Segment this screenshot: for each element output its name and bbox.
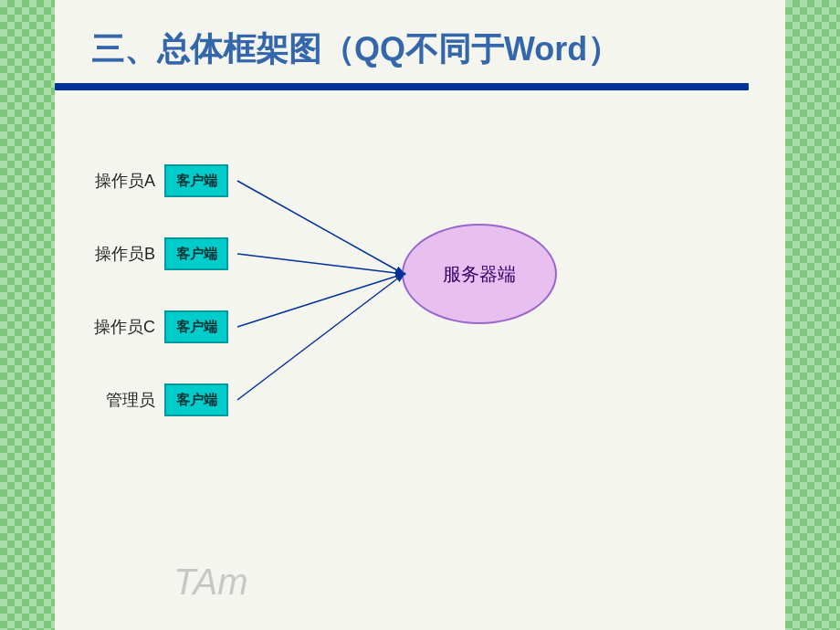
server-ellipse: 服务器端 [402,224,557,324]
operator-label-mgr: 管理员 [91,389,155,411]
svg-line-3 [237,274,404,400]
operator-label-a: 操作员A [91,170,155,192]
content-area: 三、总体框架图（QQ不同于Word） 操作员A 客户端 操作员B 客户端 操作员… [55,0,785,630]
title-section: 三、总体框架图（QQ不同于Word） [55,0,785,72]
svg-line-2 [237,274,404,327]
operator-row-b: 操作员B 客户端 [91,237,228,270]
border-left [0,0,55,630]
client-box-mgr: 客户端 [164,383,228,416]
operator-row-mgr: 管理员 客户端 [91,383,228,416]
operator-row-a: 操作员A 客户端 [91,164,228,197]
operator-label-c: 操作员C [91,316,155,338]
operator-label-b: 操作员B [91,243,155,265]
svg-line-0 [237,181,404,274]
client-box-c: 客户端 [164,310,228,343]
watermark-text: TAm [173,562,247,603]
diagram-area: 操作员A 客户端 操作员B 客户端 操作员C 客户端 管理员 客户端 服务器端 [55,119,785,630]
svg-line-1 [237,254,404,274]
operator-row-c: 操作员C 客户端 [91,310,228,343]
server-label: 服务器端 [443,262,516,287]
slide-wrapper: 三、总体框架图（QQ不同于Word） 操作员A 客户端 操作员B 客户端 操作员… [0,0,840,630]
client-box-a: 客户端 [164,164,228,197]
client-box-b: 客户端 [164,237,228,270]
blue-rule [55,83,749,90]
slide-title: 三、总体框架图（QQ不同于Word） [91,27,749,72]
border-right [785,0,840,630]
